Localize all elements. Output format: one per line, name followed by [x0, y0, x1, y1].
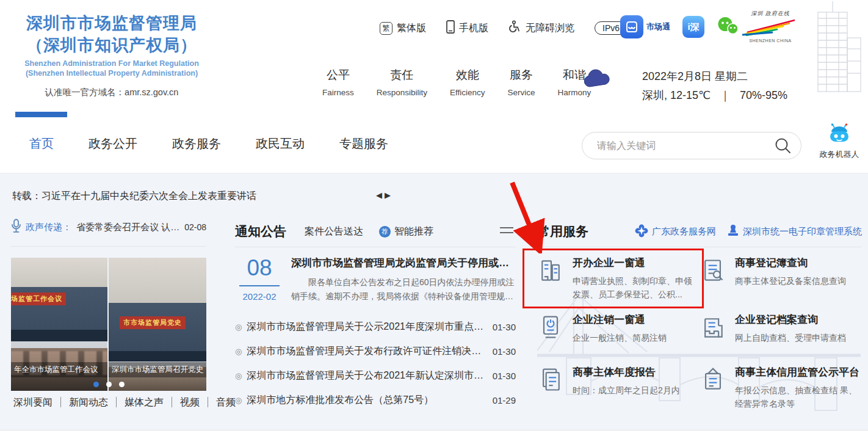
service-title[interactable]: 开办企业一窗通 [573, 256, 695, 270]
mobile-version-link[interactable]: 手机版 [446, 20, 488, 36]
wechat-icon[interactable] [717, 16, 739, 38]
tab-case-announcements[interactable]: 案件公告送达 [305, 225, 363, 238]
tab-smart-recommend[interactable]: 荐 智能推荐 [379, 225, 433, 238]
service-registry-query[interactable]: 商事登记簿查询 商事主体登记及备案信息查询 [700, 256, 862, 313]
report-pages-icon [537, 366, 564, 426]
service-deregistration[interactable]: 企业注销一窗通 企业一般注销、简易注销 [537, 313, 700, 365]
nav-item-interaction[interactable]: 政民互动 [256, 136, 305, 152]
ticker-next-icon[interactable]: ▶ [385, 191, 393, 200]
notice-list-item[interactable]: ◎ 深圳市市场监督管理局关于公布2021年新认定深圳市菜篮子... 01-30 [235, 363, 516, 388]
accessibility-link[interactable]: 无障碍浏览 [508, 20, 574, 36]
gov-robot-button[interactable]: 政务机器人 [818, 123, 861, 160]
recommend-badge-icon: 荐 [379, 226, 391, 238]
service-annual-report[interactable]: 商事主体年度报告 时间：成立周年之日起2月内 [537, 365, 700, 426]
featured-notice[interactable]: 08 2022-02 深圳市市场监督管理局龙岗监管局关于停用或注销... 限各单… [235, 256, 516, 303]
bullet-icon: ◎ [235, 347, 242, 356]
nav-item-gov-services[interactable]: 政务服务 [172, 136, 221, 152]
smart-recommend-label: 智能推荐 [394, 225, 433, 238]
nav-item-special-services[interactable]: 专题服务 [339, 136, 388, 152]
tab-media-voice[interactable]: 媒体之声 [117, 397, 172, 407]
nav-item-gov-info[interactable]: 政务公开 [89, 136, 137, 152]
service-title[interactable]: 企业注销一窗通 [573, 313, 667, 327]
carousel-dot[interactable] [106, 382, 112, 387]
service-desc: 时间：成立周年之日起2月内 [573, 384, 680, 398]
shichangtong-app-link[interactable]: 市场通 [620, 15, 670, 38]
guangdong-service-link[interactable]: 广东政务服务网 [635, 224, 716, 239]
more-menu-icon[interactable] [500, 227, 513, 237]
value-cn: 责任 [377, 67, 427, 83]
site-logo[interactable]: 深圳市市场监督管理局 （深圳市知识产权局） Shenzhen Administr… [15, 12, 209, 98]
ishenzhen-app-icon[interactable]: i深 [682, 16, 704, 38]
value-fairness: 公平 Fairness [322, 67, 354, 97]
carousel-dot[interactable] [119, 382, 125, 387]
service-title[interactable]: 商事主体信用监管公示平台 [735, 365, 859, 379]
shichangtong-icon [620, 15, 643, 38]
service-credit-platform[interactable]: 商事主体信用监管公示平台 年报公示信息、抽查检查结 果、经营异常名录等 [700, 365, 862, 426]
search-input[interactable] [597, 140, 775, 151]
eseal-system-label: 深圳市统一电子印章管理系统 [743, 226, 862, 238]
service-desc: 年报公示信息、抽查检查结 果、经营异常名录等 [735, 384, 857, 410]
value-en: Fairness [322, 88, 354, 97]
service-title[interactable]: 商事登记簿查询 [735, 256, 846, 270]
slide-caption: 年全市市场监管工作会议 [11, 362, 107, 377]
mobile-label: 手机版 [459, 22, 488, 35]
notice-item-title[interactable]: 深圳市地方标准批准发布公告（总第75号） [247, 394, 483, 407]
carousel-dot[interactable] [93, 382, 99, 387]
carousel-slide[interactable]: 市市场监管局党史 深圳市市场监管局召开党史 [109, 258, 206, 391]
eseal-system-link[interactable]: 深圳市统一电子印章管理系统 [727, 224, 862, 239]
notice-section-title[interactable]: 通知公告 [235, 223, 286, 240]
notice-item-title[interactable]: 深圳市市场监督管理局关于公布2021年新认定深圳市菜篮子... [247, 369, 483, 382]
traditional-icon: 繁 [380, 22, 392, 35]
headline-ticker[interactable]: 转载：习近平在十九届中央纪委六次全会上发表重要讲话 [12, 190, 256, 203]
slide-banner-text: 场监管工作会议 [11, 292, 66, 305]
weather-temp: 12-15℃ [670, 89, 711, 101]
bullet-icon: ◎ [235, 371, 242, 380]
tab-shenzhen-news[interactable]: 深圳要闻 [13, 397, 61, 407]
notice-item-title[interactable]: 深圳市市场监督管理局关于发布行政许可证件注销决定书的... [247, 345, 483, 358]
carousel-slide[interactable]: 场监管工作会议 年全市市场监管工作会议 [11, 258, 107, 391]
tab-news-updates[interactable]: 新闻动态 [61, 397, 117, 407]
service-title[interactable]: 企业登记档案查询 [735, 313, 846, 327]
nav-item-home[interactable]: 首页 [29, 136, 54, 152]
slide-banner-text: 市市场监管局党史 [120, 316, 186, 329]
traditional-version-link[interactable]: 繁 繁体版 [380, 22, 426, 35]
notice-list-item[interactable]: ◎ 深圳市地方标准批准发布公告（总第75号） 01-29 [235, 388, 516, 412]
notice-section: 通知公告 案件公告送达 荐 智能推荐 08 2022-02 深圳市市场监督管理局… [235, 222, 516, 412]
featured-month: 2022-02 [235, 291, 284, 302]
service-open-business[interactable]: 开办企业一窗通 申请营业执照、刻制印章、申领发票、员工参保登记、公积... [537, 256, 700, 313]
news-carousel[interactable]: 场监管工作会议 年全市市场监管工作会议 市市场监管局党史 深圳市市场监管局召开党… [11, 258, 206, 391]
notice-item-date: 01-30 [493, 371, 516, 381]
shenzhen-china-logo[interactable]: 深圳 政府在线 SHENZHEN CHINA [740, 10, 801, 43]
bullet-icon: ◎ [235, 396, 242, 405]
robot-icon [826, 123, 852, 145]
value-responsibility: 责任 Responsibility [377, 67, 427, 97]
voice-news-title[interactable]: 省委常委会召开会议 认真学... [76, 222, 181, 233]
notice-list-item[interactable]: ◎ 深圳市市场监督管理局关于发布行政许可证件注销决定书的... 01-30 [235, 339, 516, 363]
core-values: 公平 Fairness 责任 Responsibility 效能 Efficie… [322, 67, 591, 97]
services-section-title[interactable]: 常用服务 [537, 223, 588, 240]
shenzhen-logo-calligraphy: 深圳 政府在线 [740, 10, 801, 18]
shenzhen-logo-en: SHENZHEN CHINA [740, 38, 801, 43]
service-archive-query[interactable]: 企业登记档案查询 网上自助查档、受理申请查档 [700, 313, 862, 365]
featured-notice-title[interactable]: 深圳市市场监督管理局龙岗监管局关于停用或注销... [291, 256, 516, 270]
voice-news-label: 政声传递： [26, 222, 71, 233]
main-nav: 首页 政务公开 政务服务 政民互动 专题服务 政务机器人 [0, 117, 868, 173]
ticker-arrows: ◀▶ [376, 191, 393, 200]
search-box [582, 132, 801, 159]
notice-list-item[interactable]: ◎ 深圳市市场监督管理局关于公示2021年度深圳市重点农业龙... 01-30 [235, 314, 516, 339]
kite-logo-icon [741, 18, 800, 36]
tab-video[interactable]: 视频 [172, 397, 208, 407]
search-icon[interactable] [775, 137, 791, 154]
service-desc: 申请营业执照、刻制印章、申领发票、员工参保登记、公积... [573, 275, 695, 301]
site-title-cn-2: （深圳市知识产权局） [15, 34, 209, 56]
service-title[interactable]: 商事主体年度报告 [573, 365, 680, 379]
featured-date-rule [239, 285, 280, 286]
notice-item-title[interactable]: 深圳市市场监督管理局关于公示2021年度深圳市重点农业龙... [247, 321, 483, 333]
weather-humidity: 70%-95% [740, 89, 787, 101]
shichangtong-label: 市场通 [646, 21, 670, 32]
site-header: 深圳市市场监督管理局 （深圳市知识产权局） Shenzhen Administr… [0, 0, 868, 118]
guangdong-service-label: 广东政务服务网 [652, 226, 716, 238]
power-monitor-icon [537, 314, 564, 365]
accessibility-label: 无障碍浏览 [526, 22, 574, 35]
ticker-prev-icon[interactable]: ◀ [376, 191, 385, 200]
